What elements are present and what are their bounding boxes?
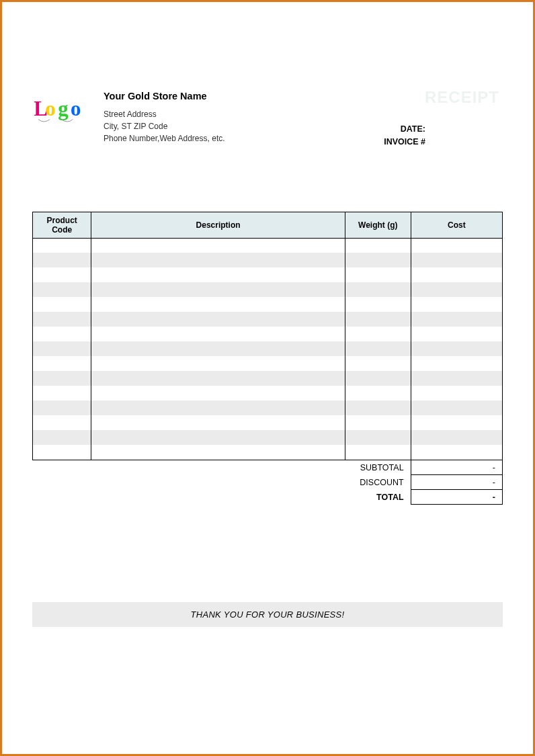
- totals-section: SUBTOTAL - DISCOUNT - TOTAL -: [32, 460, 503, 505]
- cell-code: [33, 415, 91, 430]
- cell-description: [91, 445, 345, 460]
- table-row: [33, 356, 503, 371]
- cell-cost: [411, 401, 502, 415]
- cell-code: [33, 371, 91, 386]
- table-row: [33, 267, 503, 282]
- cell-code: [33, 238, 91, 253]
- cell-cost: [411, 267, 502, 282]
- cell-cost: [411, 312, 502, 327]
- invoice-number-label: INVOICE #: [384, 136, 425, 149]
- col-header-description: Description: [91, 212, 345, 238]
- cell-description: [91, 327, 345, 341]
- table-row: [33, 371, 503, 386]
- date-label: DATE:: [384, 123, 425, 136]
- cell-weight: [345, 415, 411, 430]
- cell-weight: [345, 371, 411, 386]
- cell-description: [91, 415, 345, 430]
- cell-code: [33, 341, 91, 356]
- table-row: [33, 415, 503, 430]
- cell-description: [91, 282, 345, 297]
- contact-line: Phone Number,Web Address, etc.: [104, 132, 503, 144]
- cell-description: [91, 430, 345, 445]
- cell-cost: [411, 371, 502, 386]
- cell-weight: [345, 386, 411, 401]
- cell-weight: [345, 341, 411, 356]
- cell-description: [91, 371, 345, 386]
- cell-weight: [345, 282, 411, 297]
- col-header-cost: Cost: [411, 212, 502, 238]
- svg-text:o: o: [45, 97, 55, 120]
- cell-description: [91, 253, 345, 267]
- cell-weight: [345, 312, 411, 327]
- table-row: [33, 297, 503, 312]
- discount-label: DISCOUNT: [345, 475, 411, 490]
- discount-value: -: [411, 475, 502, 490]
- cell-weight: [345, 401, 411, 415]
- table-row: [33, 327, 503, 341]
- cell-code: [33, 312, 91, 327]
- cell-cost: [411, 238, 502, 253]
- table-row: [33, 341, 503, 356]
- address-line-1: Street Address: [104, 108, 503, 120]
- svg-text:o: o: [71, 97, 81, 120]
- cell-cost: [411, 430, 502, 445]
- invoice-meta: DATE: INVOICE #: [384, 123, 425, 149]
- cell-weight: [345, 267, 411, 282]
- cell-weight: [345, 445, 411, 460]
- cell-cost: [411, 341, 502, 356]
- table-row: [33, 312, 503, 327]
- cell-code: [33, 356, 91, 371]
- cell-cost: [411, 445, 502, 460]
- cell-weight: [345, 238, 411, 253]
- thank-you-banner: THANK YOU FOR YOUR BUSINESS!: [32, 602, 503, 627]
- cell-weight: [345, 253, 411, 267]
- subtotal-label: SUBTOTAL: [345, 460, 411, 475]
- cell-description: [91, 238, 345, 253]
- cell-weight: [345, 430, 411, 445]
- col-header-weight: Weight (g): [345, 212, 411, 238]
- cell-description: [91, 386, 345, 401]
- logo-icon: L o g o: [32, 89, 93, 130]
- receipt-page: RECEIPT L o g o Your Gold Store Name Str…: [0, 0, 535, 756]
- cell-cost: [411, 282, 502, 297]
- cell-code: [33, 445, 91, 460]
- cell-description: [91, 401, 345, 415]
- cell-description: [91, 312, 345, 327]
- subtotal-value: -: [411, 460, 502, 475]
- cell-description: [91, 341, 345, 356]
- cell-weight: [345, 297, 411, 312]
- table-row: [33, 401, 503, 415]
- cell-cost: [411, 415, 502, 430]
- cell-cost: [411, 386, 502, 401]
- svg-text:g: g: [58, 97, 69, 120]
- table-row: [33, 430, 503, 445]
- items-table: Product Code Description Weight (g) Cost: [32, 212, 503, 460]
- table-row: [33, 238, 503, 253]
- total-label: TOTAL: [345, 490, 411, 505]
- cell-description: [91, 297, 345, 312]
- cell-cost: [411, 327, 502, 341]
- cell-code: [33, 430, 91, 445]
- cell-code: [33, 297, 91, 312]
- cell-cost: [411, 253, 502, 267]
- table-row: [33, 253, 503, 267]
- cell-code: [33, 282, 91, 297]
- cell-cost: [411, 356, 502, 371]
- receipt-watermark: RECEIPT: [425, 88, 499, 107]
- cell-cost: [411, 297, 502, 312]
- table-row: [33, 386, 503, 401]
- col-header-code: Product Code: [33, 212, 91, 238]
- cell-code: [33, 386, 91, 401]
- cell-weight: [345, 356, 411, 371]
- address-line-2: City, ST ZIP Code: [104, 120, 503, 132]
- cell-code: [33, 267, 91, 282]
- cell-code: [33, 327, 91, 341]
- cell-code: [33, 253, 91, 267]
- cell-weight: [345, 327, 411, 341]
- cell-code: [33, 401, 91, 415]
- cell-description: [91, 267, 345, 282]
- cell-description: [91, 356, 345, 371]
- total-value: -: [411, 490, 502, 505]
- table-row: [33, 445, 503, 460]
- table-row: [33, 282, 503, 297]
